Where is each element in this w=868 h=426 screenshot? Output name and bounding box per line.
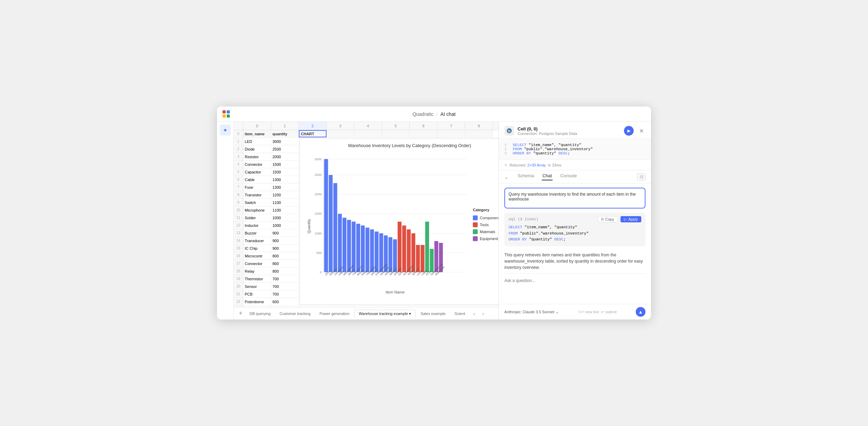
copy-icon: ⎘ — [601, 217, 604, 221]
svg-text:2000: 2000 — [315, 193, 322, 196]
cell-0-6[interactable] — [410, 130, 437, 137]
snippet-select: SELECT — [509, 225, 522, 229]
row-num-20: 20 — [234, 283, 243, 290]
cell-0-8[interactable] — [465, 130, 493, 137]
svg-rect-34 — [402, 225, 406, 272]
user-prompt-box: Query my warehouse inventory to find the… — [504, 188, 645, 208]
legend-item-materials: Materials — [473, 229, 498, 234]
postgres-icon: 🐘 — [504, 126, 514, 136]
col-header-8: 8 — [465, 122, 493, 130]
svg-text:Item Name: Item Name — [386, 290, 405, 294]
user-prompt-text: Query my warehouse inventory to find the… — [509, 192, 636, 202]
svg-rect-31 — [389, 237, 392, 272]
row-num-10: 10 — [234, 206, 243, 214]
chart-svg: Quantity 0 500 — [304, 151, 470, 298]
line-num-1: 1 — [504, 143, 509, 147]
cell-0-5[interactable] — [382, 130, 410, 137]
expand-button[interactable]: ⬜ — [637, 173, 645, 180]
ai-icon[interactable]: ✦ — [220, 125, 231, 136]
tab-schema[interactable]: Schema — [517, 173, 535, 180]
svg-rect-17 — [324, 159, 328, 272]
close-button[interactable]: ✕ — [637, 127, 645, 135]
row-num-6: 6 — [234, 176, 243, 184]
collapse-button[interactable]: ⌄ — [504, 174, 509, 180]
cell-0-0[interactable]: item_name — [243, 130, 271, 137]
cell-0-3[interactable] — [327, 130, 354, 137]
svg-rect-40 — [430, 249, 434, 272]
svg-rect-26 — [365, 228, 369, 272]
row-num-0: 0 — [234, 130, 243, 138]
legend-color-tools — [473, 222, 478, 227]
code-area: 1 SELECT "item_name", "quantity" 2 FROM … — [499, 139, 651, 160]
panel-footer: Anthropic: Claude 3.5 Sonnet ⌄ ⇧↵ new li… — [499, 304, 651, 320]
add-sheet-button[interactable]: + — [236, 309, 245, 318]
cell-0-2[interactable]: CHART — [299, 130, 327, 137]
app-name: Quadratic — [413, 111, 434, 117]
sheet-tab-power[interactable]: Power generation — [315, 310, 354, 317]
sheet-tab-sales[interactable]: Sales example — [416, 310, 450, 317]
ask-input[interactable] — [504, 278, 645, 283]
row-num-5: 5 — [234, 168, 243, 176]
svg-text:2500: 2500 — [315, 173, 322, 177]
legend-label-components: Components — [480, 216, 498, 220]
legend-item-equipment: Equipment — [473, 236, 498, 241]
sheet-tab-db[interactable]: DB querying — [245, 310, 275, 317]
svg-text:0: 0 — [320, 271, 322, 274]
apply-icon: ▷ — [624, 217, 627, 222]
cell-info-header: 🐘 Cell (0, 0) Connection: Postgres Sampl… — [499, 122, 651, 139]
row-num-16: 16 — [234, 252, 243, 260]
code-line-1: 1 SELECT "item_name", "quantity" — [504, 143, 645, 147]
col-header-7: 7 — [437, 122, 465, 130]
logo-red — [223, 110, 226, 113]
snippet-cols: "item_name", "quantity" — [522, 225, 577, 229]
svg-rect-24 — [356, 224, 360, 272]
legend-color-materials — [473, 229, 478, 234]
cell-info-subtitle: Connection: Postgres Sample Data — [518, 131, 577, 136]
row-num-17: 17 — [234, 260, 243, 267]
code-snippet: sql (3 lines) ⎘ Copy ▷ Apply — [504, 213, 645, 246]
sheet-tab-scient[interactable]: Scient — [450, 310, 469, 317]
sheet-tab-customer[interactable]: Customer tracking — [276, 310, 315, 317]
snippet-order-col: "quantity" — [527, 237, 552, 241]
cells-area[interactable]: item_name quantity CHART LED3000 Diode25… — [243, 130, 498, 307]
tab-console[interactable]: Console — [559, 173, 578, 180]
breadcrumb: Quadratic / AI chat — [413, 111, 455, 117]
sheet-tab-warehouse[interactable]: Warehouse tracking example ▾ — [354, 310, 416, 317]
legend-color-components — [473, 215, 478, 220]
send-button[interactable]: ▲ — [636, 307, 645, 317]
run-button[interactable]: ▶ — [624, 126, 634, 136]
return-arrow-icon: ↳ — [504, 163, 507, 167]
cell-0-7[interactable] — [437, 130, 465, 137]
app-logo[interactable] — [223, 110, 230, 118]
keyword-order: ORDER — [513, 151, 524, 155]
breadcrumb-separator: / — [436, 111, 438, 117]
code-text: ; — [567, 151, 570, 155]
ask-input-area — [504, 273, 645, 283]
keyword-desc: DESC — [558, 151, 567, 155]
sheet-tab-prev[interactable]: ‹ — [470, 309, 478, 318]
sheet-tabs: + DB querying Customer tracking Power ge… — [234, 307, 498, 320]
tab-chat[interactable]: Chat — [542, 173, 553, 180]
ai-response-box: sql (3 lines) ⎘ Copy ▷ Apply — [504, 213, 645, 249]
code-line-2: 2 FROM "public"."warehouse_inventory" — [504, 147, 645, 151]
svg-rect-39 — [425, 222, 429, 272]
main-area: ✦ 0 1 2 3 4 5 6 7 8 0 1 2 — [217, 122, 651, 320]
row-num-18: 18 — [234, 267, 243, 275]
model-dropdown-icon: ⌄ — [556, 310, 559, 314]
returned-value: 2×30 Array — [527, 163, 546, 167]
copy-button[interactable]: ⎘ Copy — [598, 216, 618, 222]
apply-button[interactable]: ▷ Apply — [620, 216, 641, 222]
row-num-2: 2 — [234, 145, 243, 153]
legend-item-components: Components — [473, 215, 498, 220]
panel-tabs: ⌄ Schema Chat Console ⬜ — [499, 170, 651, 184]
cell-0-4[interactable] — [354, 130, 382, 137]
sheet-tab-next[interactable]: › — [479, 309, 487, 318]
spreadsheet-area: 0 1 2 3 4 5 6 7 8 0 1 2 3 4 5 6 — [234, 122, 498, 320]
cell-0-1[interactable]: quantity — [271, 130, 299, 137]
col-header-6: 6 — [410, 122, 437, 130]
row-num-21: 21 — [234, 290, 243, 298]
row-num-3: 3 — [234, 153, 243, 161]
model-selector[interactable]: Anthropic: Claude 3.5 Sonnet ⌄ — [504, 310, 559, 314]
keyword-from: FROM — [513, 147, 522, 151]
svg-rect-18 — [329, 175, 332, 272]
